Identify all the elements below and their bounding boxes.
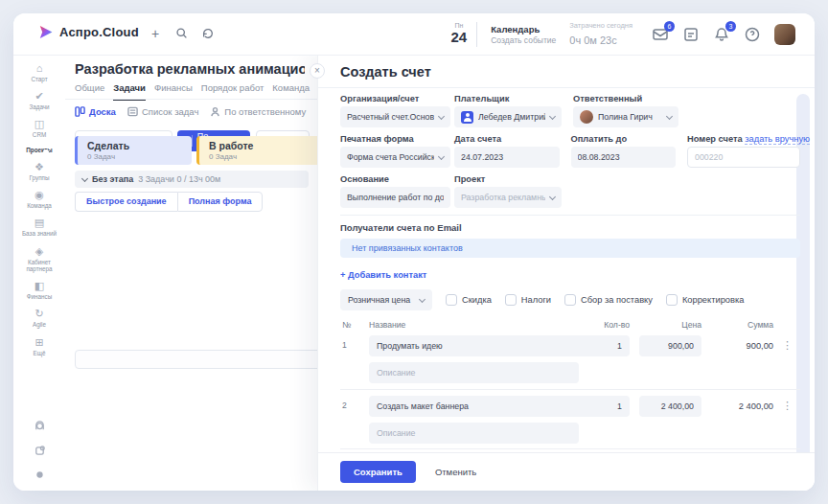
save-button[interactable]: Сохранить [340, 461, 416, 483]
full-form-button[interactable]: Полная форма [177, 192, 264, 212]
item-qty-input[interactable] [567, 396, 630, 417]
view-task-list[interactable]: Список задач [127, 106, 198, 117]
price-type-select[interactable]: Розничная цена [340, 289, 432, 310]
row-menu-icon[interactable]: ⋮ [782, 339, 793, 352]
settings-icon[interactable] [34, 469, 46, 481]
chevron-down-icon [438, 112, 445, 119]
quick-task-input[interactable] [75, 350, 317, 369]
time-tracked[interactable]: Затрачено сегодня 0ч 0м 23с [569, 21, 632, 48]
item-price-input[interactable] [639, 335, 702, 356]
item-qty-input[interactable] [567, 335, 630, 356]
pay-until-label: Оплатить до [571, 134, 677, 144]
view-board[interactable]: Доска [75, 106, 116, 117]
invoice-number-label: Номер счета задать вручную [687, 134, 800, 144]
checkbox-taxes[interactable]: Налоги [505, 294, 551, 306]
crm-icon: ◫ [15, 117, 63, 130]
checkbox-icon [666, 294, 678, 306]
view-by-assignee[interactable]: По ответственному [210, 106, 306, 117]
item-name-input[interactable] [369, 335, 579, 356]
item-description-input[interactable] [369, 423, 579, 444]
invoice-footer: Сохранить Отменить [318, 452, 815, 491]
basis-field[interactable]: Выполнение работ по договору [340, 187, 450, 208]
tracked-value: 0ч 0м 23с [569, 34, 616, 46]
org-select[interactable]: Расчетный счет.Основной (R... [340, 106, 450, 127]
no-contacts-banner: Нет привязанных контактов [340, 239, 800, 258]
quick-create-button[interactable]: Быстрое создание [75, 192, 177, 212]
invoice-form: Организация/счет Расчетный счет.Основной… [340, 94, 800, 491]
row-menu-icon[interactable]: ⋮ [782, 400, 793, 412]
items-table-header: № Название Кол-во Цена Сумма [340, 320, 800, 331]
notifications-bell-icon[interactable]: 3 [713, 26, 730, 43]
sidebar-item-crm[interactable]: ◫ CRM [15, 117, 63, 138]
checkbox-icon [446, 294, 457, 306]
sidebar-item-agile[interactable]: ↻ Agile [15, 307, 63, 328]
project-label: Проект [454, 174, 562, 184]
sidebar-item-partner-cabinet[interactable]: ◈ Кабинет партнера [15, 244, 63, 272]
sidebar-item-more[interactable]: ⊞ Ещё [15, 335, 63, 356]
close-panel-icon[interactable]: × [310, 63, 325, 79]
chevron-down-icon [419, 295, 426, 302]
sidebar: ⌂ Старт ✔ Задачи ◫ CRM Проекты ❖ Группы … [13, 56, 65, 491]
help-icon[interactable] [744, 26, 761, 43]
payer-select[interactable]: Лебедев Дмитрий [454, 106, 562, 127]
kanban-column-in-progress[interactable]: В работе 0 Задач [196, 136, 317, 165]
topbar-right: Пн 24 Календарь Создать событие Затрачен… [451, 13, 795, 56]
app-window: Аспро.Cloud + Пн 24 Календарь Создать со… [13, 13, 815, 491]
inbox-icon[interactable]: 6 [652, 26, 669, 43]
payer-avatar [461, 111, 473, 124]
team-icon: ◉ [15, 188, 63, 201]
stage-group-row[interactable]: Без этапа 3 Задачи 0 / 13ч 00м [75, 171, 309, 188]
sidebar-item-projects[interactable]: Проекты [15, 146, 63, 153]
brand-name: Аспро.Cloud [59, 25, 139, 39]
item-price-input[interactable] [639, 396, 702, 417]
invoice-number-input[interactable] [695, 152, 793, 162]
chevron-down-icon [549, 112, 556, 119]
user-avatar[interactable] [774, 24, 795, 45]
brand[interactable]: Аспро.Cloud [38, 25, 139, 39]
calendar-shortcut[interactable]: Календарь Создать событие [491, 24, 556, 46]
add-contact-link[interactable]: + Добавить контакт [340, 270, 426, 280]
email-recipients-label: Получатели счета по Email [340, 222, 800, 233]
invoice-date-label: Дата счета [454, 134, 560, 144]
chevron-down-icon [81, 174, 88, 181]
tracked-label: Затрачено сегодня [569, 21, 632, 30]
project-select: Разработка рекламных анима... [454, 187, 562, 208]
set-number-manually-link[interactable]: задать вручную [745, 134, 810, 145]
calendar-date[interactable]: Пн 24 [451, 22, 478, 47]
responsible-avatar [580, 110, 593, 124]
invoice-date-field[interactable]: 24.07.2023 [454, 147, 560, 168]
invoice-panel-title: Создать счет [340, 64, 431, 80]
cancel-button[interactable]: Отменить [435, 467, 476, 477]
tabs-divider [65, 99, 317, 100]
checkbox-delivery-fee[interactable]: Сбор за поставку [564, 294, 653, 306]
integrations-icon[interactable] [34, 445, 46, 457]
kanban-column-todo[interactable]: Сделать 0 Задач [75, 136, 192, 165]
view-switcher: Доска Список задач По ответственному Ган… [75, 106, 317, 117]
support-icon[interactable] [34, 421, 46, 433]
groups-icon: ❖ [15, 160, 63, 173]
search-icon[interactable] [173, 27, 189, 42]
basis-label: Основание [340, 174, 450, 184]
notes-icon[interactable] [682, 26, 700, 43]
sidebar-item-team[interactable]: ◉ Команда [15, 188, 63, 209]
create-plus-icon[interactable]: + [148, 26, 163, 41]
print-form-select[interactable]: Форма счета Российской Фед... [340, 147, 450, 168]
sidebar-item-start[interactable]: ⌂ Старт [15, 61, 63, 82]
invoice-number-field[interactable] [687, 147, 800, 168]
table-row: 2 2 400,00 ⋮ [340, 389, 800, 448]
sidebar-item-knowledge-base[interactable]: ▤ База знаний [15, 216, 63, 237]
item-name-input[interactable] [369, 396, 579, 417]
logo-icon [38, 25, 53, 39]
checkbox-discount[interactable]: Скидка [446, 294, 492, 306]
sidebar-item-groups[interactable]: ❖ Группы [15, 160, 63, 181]
create-task-buttons: Быстрое создание Полная форма [75, 192, 263, 212]
sidebar-item-tasks[interactable]: ✔ Задачи [15, 89, 63, 110]
history-icon[interactable] [200, 27, 216, 42]
checkbox-adjustment[interactable]: Корректировка [666, 294, 744, 306]
pay-until-field[interactable]: 08.08.2023 [571, 147, 677, 168]
sidebar-item-finance[interactable]: ◧ Финансы [15, 279, 63, 300]
item-description-input[interactable] [369, 362, 579, 383]
topbar: Аспро.Cloud + Пн 24 Календарь Создать со… [13, 13, 815, 56]
agile-icon: ↻ [15, 307, 63, 320]
responsible-select[interactable]: Полина Гирич [573, 106, 678, 127]
